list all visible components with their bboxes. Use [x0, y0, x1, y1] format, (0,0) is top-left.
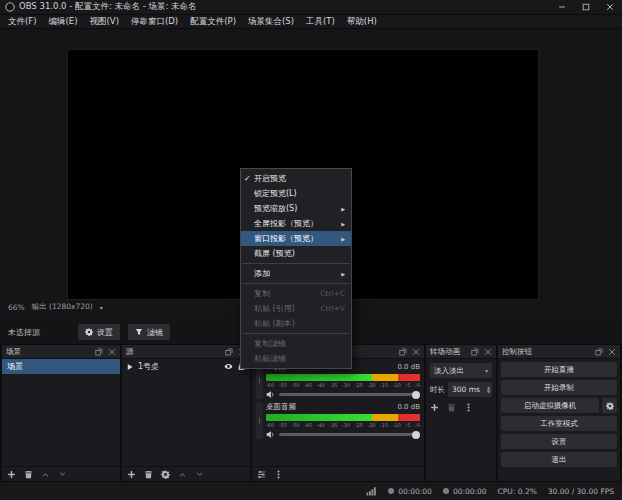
menu-edit[interactable]: 编辑(E)	[43, 15, 84, 28]
window-title: OBS 31.0.0 - 配置文件: 未命名 - 场景: 未命名	[19, 1, 550, 13]
exit-button[interactable]: 退出	[501, 452, 617, 467]
ctx-paste-duplicate[interactable]: 粘贴 (副本)	[241, 316, 351, 331]
obs-logo-icon	[5, 2, 15, 12]
add-scene-button[interactable]	[7, 470, 16, 479]
duration-spinbox[interactable]: 300 ms ▲▼	[448, 382, 492, 397]
ctx-copy[interactable]: 复制 Ctrl+C	[241, 286, 351, 301]
transition-select[interactable]: 淡入淡出 ▾	[430, 363, 492, 378]
dock-close-icon[interactable]	[608, 348, 616, 356]
start-recording-button[interactable]: 开始录制	[501, 380, 617, 395]
menu-scene-collection[interactable]: 场景集合(S)	[242, 15, 300, 28]
mixer-menu-button[interactable]	[274, 470, 283, 479]
ctx-windowed-projector[interactable]: 窗口投影（预览） ▶	[241, 231, 351, 246]
meter-scale-tick: -10	[393, 382, 401, 388]
dock-float-icon[interactable]	[95, 348, 103, 356]
move-scene-up-button[interactable]	[41, 470, 50, 479]
move-source-down-button[interactable]	[195, 470, 204, 479]
dock-float-icon[interactable]	[471, 348, 479, 356]
cpu-usage: CPU: 0.2%	[498, 487, 537, 496]
dock-float-icon[interactable]	[399, 348, 407, 356]
remove-scene-button[interactable]	[24, 470, 33, 479]
controls-dock-header[interactable]: 控制按钮	[498, 345, 620, 359]
ctx-screenshot-preview[interactable]: 截屏 (预览)	[241, 246, 351, 261]
ctx-paste-reference[interactable]: 粘贴 (引用) Ctrl+V	[241, 301, 351, 316]
dock-float-icon[interactable]	[595, 348, 603, 356]
maximize-button[interactable]	[574, 0, 598, 15]
channel-menu-handle[interactable]	[256, 402, 263, 439]
menu-profile[interactable]: 配置文件(P)	[184, 15, 242, 28]
ctx-copy-filters[interactable]: 复制滤镜	[241, 336, 351, 351]
scenes-toolbar	[2, 466, 120, 481]
move-source-up-button[interactable]	[178, 470, 187, 479]
transition-menu-button[interactable]	[464, 403, 473, 412]
record-status-icon	[443, 488, 449, 494]
settings-button[interactable]: 设置	[501, 434, 617, 449]
source-item[interactable]: 1号桌	[122, 359, 250, 374]
close-button[interactable]	[598, 0, 622, 15]
meter-scale-tick: -30	[342, 422, 350, 428]
volume-slider[interactable]	[279, 393, 420, 396]
output-resolution[interactable]: 输出 (1280x720)	[32, 302, 93, 312]
ctx-fullscreen-projector[interactable]: 全屏投影（预览） ▶	[241, 216, 351, 231]
ctx-lock-preview[interactable]: 锁定预览(L)	[241, 186, 351, 201]
transitions-body: 淡入淡出 ▾ 时长 300 ms ▲▼	[426, 359, 496, 481]
minimize-button[interactable]	[550, 0, 574, 15]
sources-dock-header[interactable]: 源	[122, 345, 250, 359]
submenu-arrow-icon: ▶	[341, 236, 345, 242]
volume-slider[interactable]	[279, 433, 420, 436]
meter-scale-tick: -20	[367, 382, 375, 388]
dock-close-icon[interactable]	[412, 348, 420, 356]
transitions-dock-header[interactable]: 转场动画	[426, 345, 496, 359]
virtual-camera-config-button[interactable]	[602, 398, 617, 413]
move-scene-down-button[interactable]	[58, 470, 67, 479]
dock-float-icon[interactable]	[225, 348, 233, 356]
menu-tools[interactable]: 工具(T)	[300, 15, 341, 28]
ctx-add-source[interactable]: 添加 ▶	[241, 266, 351, 281]
add-source-button[interactable]	[127, 470, 136, 479]
start-streaming-button[interactable]: 开始直播	[501, 362, 617, 377]
ctx-enable-preview[interactable]: ✓ 开启预览	[241, 171, 351, 186]
start-virtual-camera-button[interactable]: 启动虚拟摄像机	[501, 398, 599, 413]
speaker-mute-icon[interactable]	[266, 390, 275, 399]
meter-scale-tick: -60	[266, 422, 274, 428]
dock-close-icon[interactable]	[484, 348, 492, 356]
menu-docks[interactable]: 停靠窗口(D)	[125, 15, 184, 28]
menubar: 文件(F) 编辑(E) 视图(V) 停靠窗口(D) 配置文件(P) 场景集合(S…	[0, 15, 622, 29]
remove-source-button[interactable]	[144, 470, 153, 479]
menu-file[interactable]: 文件(F)	[2, 15, 43, 28]
meter-scale-tick: -15	[380, 382, 388, 388]
add-transition-button[interactable]	[430, 403, 439, 412]
submenu-arrow-icon: ▶	[341, 221, 345, 227]
studio-mode-button[interactable]: 工作室模式	[501, 416, 617, 431]
obs-window: OBS 31.0.0 - 配置文件: 未命名 - 场景: 未命名 文件(F) 编…	[0, 0, 622, 500]
volume-slider-knob[interactable]	[412, 431, 420, 439]
fps-indicator: 30.00 / 30.00 FPS	[548, 487, 614, 496]
zoom-level[interactable]: 66%	[8, 303, 25, 312]
advanced-audio-button[interactable]	[257, 470, 266, 479]
scene-item[interactable]: 场景	[2, 359, 120, 374]
source-properties-gear-button[interactable]	[161, 470, 170, 479]
record-timer: 00:00:00	[443, 487, 487, 496]
speaker-mute-icon[interactable]	[266, 430, 275, 439]
spin-arrows[interactable]: ▲▼	[487, 386, 490, 394]
chevron-down-icon[interactable]: ▾	[100, 304, 103, 311]
menu-help[interactable]: 帮助(H)	[341, 15, 383, 28]
ctx-preview-scaling[interactable]: 预览缩放(S) ▶	[241, 201, 351, 216]
sources-list: 1号桌	[122, 359, 250, 481]
no-source-label: 未选择源	[8, 327, 40, 338]
titlebar: OBS 31.0.0 - 配置文件: 未命名 - 场景: 未命名	[0, 0, 622, 15]
menu-separator	[242, 263, 350, 264]
source-filters-button[interactable]: 滤镜	[128, 324, 170, 340]
close-icon	[606, 3, 614, 11]
remove-transition-button[interactable]	[447, 403, 456, 412]
ctx-paste-filters[interactable]: 粘贴滤镜	[241, 351, 351, 366]
visibility-eye-icon[interactable]	[224, 362, 233, 371]
scenes-dock-header[interactable]: 场景	[2, 345, 120, 359]
preview-region: 66% 输出 (1280x720) ▾ ✓ 开启预览 锁定预览(L) 预览缩放(…	[0, 29, 622, 316]
menu-view[interactable]: 视图(V)	[84, 15, 125, 28]
volume-slider-knob[interactable]	[412, 391, 420, 399]
source-properties-button[interactable]: 设置	[78, 324, 120, 340]
dock-close-icon[interactable]	[108, 348, 116, 356]
statusbar: 00:00:00 00:00:00 CPU: 0.2% 30.00 / 30.0…	[0, 481, 622, 500]
filter-icon	[135, 328, 143, 336]
